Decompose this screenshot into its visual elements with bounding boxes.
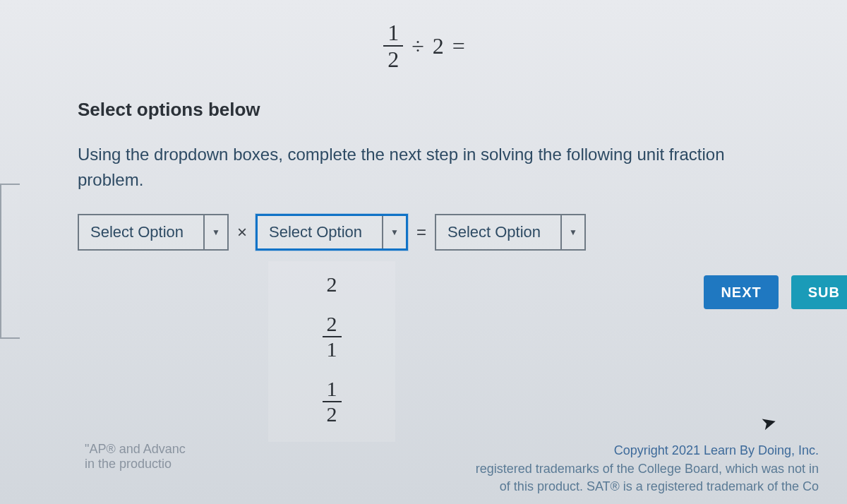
fraction-denominator: 2 xyxy=(383,47,403,71)
fraction-one-half: 1 2 xyxy=(383,21,403,71)
footer-trademark-2: in the productio xyxy=(85,457,186,472)
section-title: Select options below xyxy=(78,99,769,121)
left-edge-decor xyxy=(0,184,20,339)
footer-left: "AP® and Advanc in the productio xyxy=(85,442,186,496)
operator-multiply: × xyxy=(237,222,247,242)
footer-trademark-1: "AP® and Advanc xyxy=(85,442,186,457)
footer-blurb-1: registered trademarks of the College Boa… xyxy=(476,460,819,478)
option-denominator: 1 xyxy=(323,337,342,360)
option-numerator: 1 xyxy=(323,378,342,402)
footer-copyright: Copyright 2021 Learn By Doing, Inc. xyxy=(476,442,819,460)
instruction-text: Using the dropdown boxes, complete the n… xyxy=(78,142,769,193)
footer-blurb-2: of this product. SAT® is a registered tr… xyxy=(476,478,819,496)
action-buttons: NEXT SUB xyxy=(704,275,847,309)
operator-equals: = xyxy=(416,222,426,242)
dropdown-label: Select Option xyxy=(269,223,362,241)
chevron-down-icon: ▼ xyxy=(560,215,577,249)
dropdown-operand-2[interactable]: Select Option ▼ xyxy=(256,214,408,251)
dropdown-operand-1[interactable]: Select Option ▼ xyxy=(78,214,229,251)
fraction-numerator: 1 xyxy=(383,21,403,47)
cursor-icon: ➤ xyxy=(758,410,779,436)
option-numerator: 2 xyxy=(323,313,342,337)
dropdown-result[interactable]: Select Option ▼ xyxy=(435,214,586,251)
equation-rest: ÷ 2 = xyxy=(412,33,467,59)
dropdown-options-panel: 2 2 1 1 2 xyxy=(268,261,395,442)
option-2[interactable]: 2 xyxy=(327,274,337,295)
footer-right: Copyright 2021 Learn By Doing, Inc. regi… xyxy=(476,442,819,496)
page-root: 1 2 ÷ 2 = Select options below Using the… xyxy=(0,0,847,504)
option-1-over-2[interactable]: 1 2 xyxy=(323,378,342,425)
dropdown-label: Select Option xyxy=(447,223,541,241)
content-area: 1 2 ÷ 2 = Select options below Using the… xyxy=(0,0,847,251)
dropdown-label: Select Option xyxy=(90,223,184,241)
chevron-down-icon: ▼ xyxy=(382,216,399,248)
option-2-over-1[interactable]: 2 1 xyxy=(323,313,342,360)
expression-row: Select Option ▼ × Select Option ▼ = Sele… xyxy=(78,214,769,251)
next-button[interactable]: NEXT xyxy=(704,275,778,309)
footer: "AP® and Advanc in the productio Copyrig… xyxy=(0,442,847,496)
problem-equation: 1 2 ÷ 2 = xyxy=(78,14,769,85)
option-denominator: 2 xyxy=(323,402,342,425)
chevron-down-icon: ▼ xyxy=(203,215,220,249)
submit-button[interactable]: SUB xyxy=(791,275,847,309)
